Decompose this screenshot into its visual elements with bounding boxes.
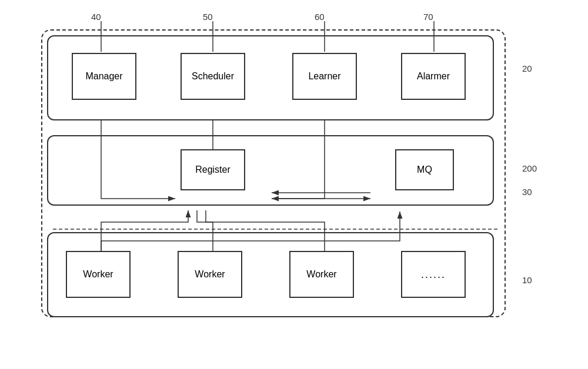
layer-top-box: Manager Scheduler Learner Alarmer <box>47 35 494 120</box>
diagram-container: 40 50 60 70 <box>35 12 541 353</box>
worker3-box: Worker <box>289 251 354 298</box>
worker-dots-box: ...... <box>401 251 466 298</box>
worker3-label: Worker <box>306 269 336 280</box>
ref-50: 50 <box>203 12 213 22</box>
worker-dots-label: ...... <box>421 269 446 281</box>
manager-box: Manager <box>72 53 136 100</box>
mq-box: MQ <box>395 149 454 190</box>
ref-40: 40 <box>91 12 101 22</box>
alarmer-box: Alarmer <box>401 53 466 100</box>
ref-20: 20 <box>522 63 532 73</box>
register-box: Register <box>181 149 245 190</box>
ref-200: 200 <box>522 163 537 173</box>
ref-30: 30 <box>522 187 532 197</box>
ref-10: 10 <box>522 275 532 285</box>
layer-mid-box: Register MQ <box>47 135 494 206</box>
worker1-label: Worker <box>83 269 113 280</box>
scheduler-box: Scheduler <box>181 53 245 100</box>
worker2-box: Worker <box>178 251 242 298</box>
register-label: Register <box>195 165 230 175</box>
scheduler-label: Scheduler <box>192 71 234 82</box>
learner-label: Learner <box>308 71 340 82</box>
manager-label: Manager <box>85 71 122 82</box>
layer-bottom-box: Worker Worker Worker ...... <box>47 232 494 317</box>
ref-60: 60 <box>315 12 325 22</box>
alarmer-label: Alarmer <box>417 71 450 82</box>
ref-70: 70 <box>423 12 433 22</box>
worker2-label: Worker <box>195 269 225 280</box>
worker1-box: Worker <box>66 251 131 298</box>
learner-box: Learner <box>292 53 357 100</box>
mq-label: MQ <box>417 165 432 175</box>
